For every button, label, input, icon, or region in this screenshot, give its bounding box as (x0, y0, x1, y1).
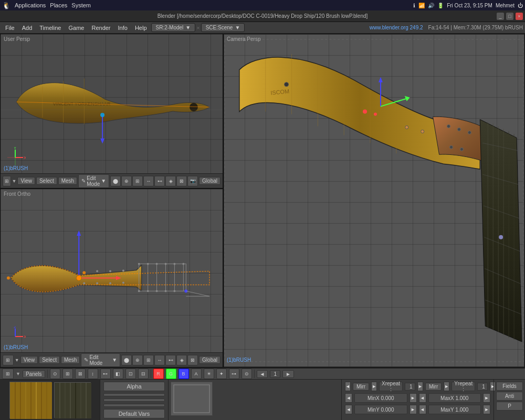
maximize-button[interactable]: □ (506, 13, 513, 20)
view-icon[interactable]: ⊞ (3, 176, 11, 186)
window-controls[interactable]: _ □ × (497, 13, 523, 20)
minx-field[interactable]: MinX 0.000 (354, 393, 407, 403)
page-prev-btn[interactable]: ◄ (257, 370, 268, 378)
maxy-left-arrow[interactable]: ◄ (419, 405, 426, 414)
maxy-field[interactable]: MaxY 1.000 (428, 405, 481, 414)
system-menu[interactable]: Applications Places System (15, 2, 91, 8)
view-icon-front[interactable]: ⊞ (3, 355, 14, 365)
add-menu[interactable]: Add (19, 24, 36, 32)
svg-point-31 (460, 148, 463, 151)
help-menu[interactable]: Help (132, 24, 150, 32)
maxx-left-arrow[interactable]: ◄ (419, 393, 426, 403)
places-menu[interactable]: Places (50, 2, 67, 8)
mesh-btn-front[interactable]: Mesh (61, 356, 80, 364)
panel-col-icon1[interactable]: R (153, 369, 164, 379)
pivot-icon[interactable]: ◈ (165, 176, 176, 186)
alpha-input-3[interactable] (103, 404, 165, 407)
blender-link[interactable]: www.blender.org 249.2 (370, 25, 423, 30)
miny-left-arrow[interactable]: ◄ (345, 405, 352, 414)
close-button[interactable]: × (516, 13, 523, 20)
p-button[interactable]: P (496, 402, 523, 411)
panel-col-icon2[interactable]: G (166, 369, 176, 379)
select-btn[interactable]: Select (36, 177, 57, 185)
texture-preview-2[interactable] (54, 382, 91, 418)
global-btn-front[interactable]: Global (199, 356, 220, 364)
global-btn[interactable]: Global (199, 177, 220, 185)
panel-icon3[interactable]: ⊞ (62, 369, 73, 379)
edit-mode-dropdown[interactable]: ✎ Edit Mode ▼ (78, 174, 109, 188)
select-btn-front[interactable]: Select (39, 356, 60, 364)
scene-dropdown2[interactable]: SCE:Scene ▼ (201, 23, 245, 32)
view-btn-front[interactable]: View (20, 356, 38, 364)
snap-icon[interactable]: ⊷ (154, 176, 165, 186)
mirr-left-arrow[interactable]: ◄ (345, 382, 351, 391)
alpha-button[interactable]: Alpha (103, 382, 165, 391)
miny-field[interactable]: MinY 0.000 (354, 405, 407, 414)
render-menu[interactable]: Render (88, 24, 113, 32)
alpha-input-1[interactable] (103, 393, 165, 396)
miny-right-arrow[interactable]: ► (410, 405, 417, 414)
panel-icon4[interactable]: ⊠ (75, 369, 86, 379)
default-vars-button[interactable]: Default Vars (103, 409, 165, 418)
panel-icon5[interactable]: ↕ (88, 369, 98, 379)
mirr-right-arrow-2[interactable]: ► (417, 382, 423, 391)
alpha-input-2[interactable] (103, 398, 165, 402)
maxx-right-arrow[interactable]: ► (483, 393, 490, 403)
game-menu[interactable]: Game (65, 24, 87, 32)
panel-icon8[interactable]: ⊡ (125, 369, 136, 379)
panels-button[interactable]: Panels (23, 370, 45, 378)
applications-menu[interactable]: Applications (15, 2, 46, 8)
transform-icon[interactable]: ↔ (143, 176, 154, 186)
panel-icon9[interactable]: ⊟ (138, 369, 149, 379)
panel-col-icon7[interactable]: ⊶ (229, 369, 239, 379)
zoom-icon-front[interactable]: ⊕ (132, 355, 143, 365)
perspective-icon[interactable]: ⬤ (110, 176, 121, 186)
layer-icon[interactable]: ⊠ (176, 176, 187, 186)
snap-icon-front[interactable]: ⊷ (165, 355, 176, 365)
texture-preview-1[interactable] (9, 382, 51, 418)
maxy-right-arrow[interactable]: ► (483, 405, 490, 414)
yrepeat-value[interactable]: 1 (477, 383, 488, 391)
panel-col-icon8[interactable]: ⊝ (242, 369, 252, 379)
scene-dropdown1[interactable]: SR:2-Model ▼ (151, 23, 196, 32)
transform-icon-front[interactable]: ↔ (154, 355, 165, 365)
mirr-btn-2[interactable]: Mirr (425, 383, 442, 391)
mirr-right-arrow-3[interactable]: ► (444, 382, 449, 391)
viewport-front-ortho[interactable]: Front Ortho (0, 188, 223, 368)
file-menu[interactable]: File (2, 24, 18, 32)
panel-icon6[interactable]: ⊷ (100, 369, 111, 379)
panel-col-icon6[interactable]: ✦ (216, 369, 227, 379)
system-menu-item[interactable]: System (71, 2, 91, 8)
panel-col-icon3[interactable]: B (178, 369, 189, 379)
layer-icon-front[interactable]: ⊠ (187, 355, 198, 365)
mirr-btn-1[interactable]: Mirr (353, 383, 369, 391)
panel-icon7[interactable]: ◧ (113, 369, 123, 379)
map-preview-1[interactable] (171, 382, 213, 416)
minx-left-arrow[interactable]: ◄ (345, 393, 352, 403)
perspective-icon-front[interactable]: ⬤ (121, 355, 132, 365)
mesh-btn[interactable]: Mesh (58, 177, 77, 185)
viewport-camera-persp[interactable]: Camera Persp (223, 34, 525, 368)
maxx-field[interactable]: MaxX 1.000 (428, 393, 481, 403)
render-icon-front[interactable]: ⊞ (143, 355, 154, 365)
viewport-user-persp[interactable]: User Persp VINCENT YORKENSHAAR (0, 34, 223, 188)
zoom-icon[interactable]: ⊕ (121, 176, 132, 186)
render-icon[interactable]: ⊞ (132, 176, 143, 186)
fields-button[interactable]: Fields (496, 382, 523, 391)
panel-col-icon5[interactable]: ☀ (204, 369, 214, 379)
panel-icon1[interactable]: ⊞ (2, 369, 14, 379)
edit-mode-dropdown-front[interactable]: ✎ Edit Mode ▼ (81, 353, 120, 367)
panel-icon2[interactable]: ⊙ (50, 369, 60, 379)
minx-right-arrow[interactable]: ► (410, 393, 417, 403)
camera-icon[interactable]: 📷 (187, 176, 198, 186)
panel-col-icon4[interactable]: A (191, 369, 202, 379)
info-menu[interactable]: Info (115, 24, 131, 32)
mirr-right-arrow-1[interactable]: ► (371, 382, 377, 391)
page-next-btn[interactable]: ► (282, 370, 294, 378)
anti-button[interactable]: Anti (496, 392, 523, 401)
minimize-button[interactable]: _ (497, 13, 504, 20)
xrepeat-value[interactable]: 1 (405, 383, 415, 391)
view-btn[interactable]: View (17, 177, 35, 185)
timeline-menu[interactable]: Timeline (36, 24, 64, 32)
pivot-icon-front[interactable]: ◈ (176, 355, 187, 365)
